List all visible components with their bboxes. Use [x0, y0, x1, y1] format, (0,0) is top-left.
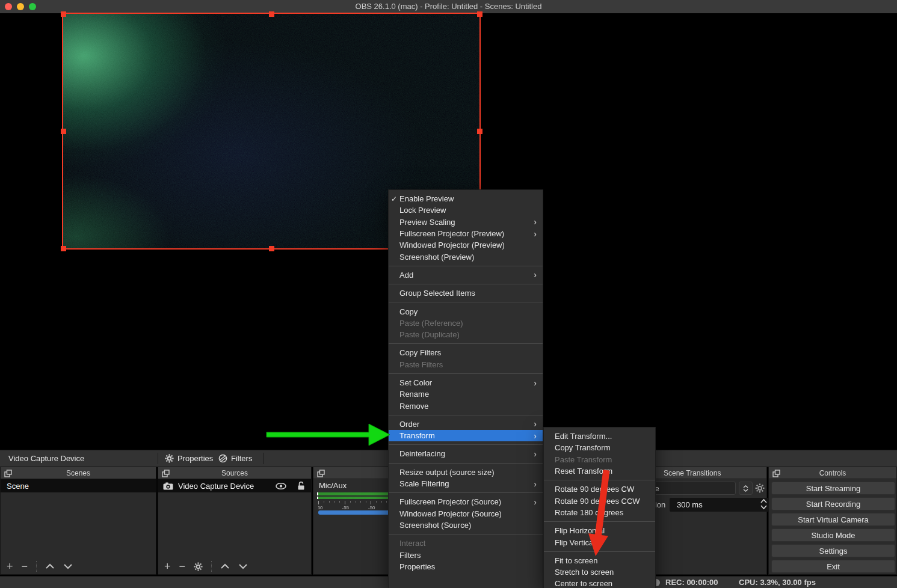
transition-stepper[interactable] — [739, 482, 753, 495]
menu-item-windowed-projector-source[interactable]: Windowed Projector (Source) — [389, 508, 543, 519]
spinner-down-icon — [760, 504, 768, 510]
menu-item-center-to-screen[interactable]: Center to screen — [544, 578, 655, 588]
studio-mode-button[interactable]: Studio Mode — [771, 528, 895, 542]
menu-item-label: Copy Transform — [555, 443, 637, 452]
menu-item-edit-transform[interactable]: Edit Transform... — [544, 430, 655, 442]
menu-item-resize-output-source-size[interactable]: Resize output (source size) — [389, 467, 543, 478]
menu-item-paste-filters: Paste Filters — [389, 359, 543, 370]
menu-item-copy[interactable]: Copy — [389, 305, 543, 317]
settings-button[interactable]: Settings — [771, 544, 895, 557]
menu-item-copy-filters[interactable]: Copy Filters — [389, 347, 543, 358]
menu-item-enable-preview[interactable]: ✓Enable Preview — [389, 193, 543, 204]
menu-item-label: Copy — [399, 307, 525, 316]
menu-item-label: Resize output (source size) — [399, 468, 525, 477]
menu-item-label: Windowed Projector (Source) — [399, 509, 525, 518]
menu-item-properties[interactable]: Properties — [389, 561, 543, 572]
start-streaming-button[interactable]: Start Streaming — [771, 482, 895, 495]
menu-item-label: Add — [399, 271, 525, 280]
submenu-arrow-icon: › — [525, 379, 543, 387]
filters-button[interactable]: Filters — [218, 450, 252, 467]
selection-handle[interactable] — [269, 11, 274, 17]
title-bar: OBS 26.1.0 (mac) - Profile: Untitled - S… — [0, 0, 897, 14]
context-menu: ✓Enable PreviewLock PreviewPreview Scali… — [388, 189, 543, 588]
toolbar-separator — [158, 453, 158, 464]
selection-handle[interactable] — [477, 11, 482, 17]
spinner-up-icon — [760, 498, 768, 504]
menu-separator — [389, 266, 543, 266]
menu-item-group-selected-items[interactable]: Group Selected Items — [389, 287, 543, 299]
menu-item-set-color[interactable]: Set Color› — [389, 377, 543, 388]
menu-item-order[interactable]: Order› — [389, 418, 543, 430]
remove-scene-button[interactable]: − — [22, 561, 28, 572]
menu-item-label: Preview Scaling — [399, 218, 525, 227]
menu-item-remove[interactable]: Remove — [389, 400, 543, 411]
menu-item-transform[interactable]: Transform› — [389, 430, 543, 441]
menu-item-label: Stretch to screen — [555, 568, 637, 577]
toolbar-dotted-separator — [36, 561, 37, 572]
submenu-arrow-icon: › — [525, 218, 543, 226]
move-scene-down-button[interactable] — [63, 563, 73, 569]
controls-panel: Controls Start StreamingStart RecordingS… — [768, 467, 897, 575]
source-list-item[interactable]: Video Capture Device — [158, 479, 311, 492]
cpu-fps-status: CPU: 3.3%, 30.00 fps — [739, 577, 816, 588]
menu-item-label: Order — [399, 420, 525, 429]
menu-item-screenshot-source[interactable]: Screenshot (Source) — [389, 519, 543, 531]
selection-handle[interactable] — [61, 246, 66, 251]
duration-spinner[interactable] — [760, 498, 768, 510]
menu-item-label: Set Color — [399, 378, 525, 387]
source-properties-gear-icon[interactable] — [194, 562, 203, 571]
menu-item-filters[interactable]: Filters — [389, 549, 543, 560]
menu-item-preview-scaling[interactable]: Preview Scaling› — [389, 216, 543, 228]
popout-icon[interactable] — [317, 470, 325, 477]
menu-separator — [389, 444, 543, 445]
menu-item-add[interactable]: Add› — [389, 269, 543, 281]
selection-handle[interactable] — [61, 11, 66, 17]
submenu-arrow-icon: › — [525, 450, 543, 458]
duration-field[interactable]: 300 ms — [670, 498, 769, 512]
transition-properties-gear-icon[interactable] — [755, 483, 765, 493]
move-scene-up-button[interactable] — [45, 563, 55, 569]
menu-item-fullscreen-projector-preview[interactable]: Fullscreen Projector (Preview)› — [389, 228, 543, 239]
menu-item-label: Scale Filtering — [399, 479, 525, 488]
move-source-up-button[interactable] — [220, 563, 230, 569]
exit-button[interactable]: Exit — [771, 560, 895, 573]
submenu-arrow-icon: › — [525, 498, 543, 506]
visibility-eye-icon[interactable] — [276, 483, 286, 489]
selection-handle[interactable] — [269, 246, 274, 251]
add-scene-button[interactable]: + — [7, 561, 13, 572]
source-name: Video Capture Device — [178, 482, 271, 491]
menu-separator — [389, 343, 543, 344]
menu-item-scale-filtering[interactable]: Scale Filtering› — [389, 478, 543, 489]
menu-item-fullscreen-projector-source[interactable]: Fullscreen Projector (Source)› — [389, 496, 543, 507]
remove-source-button[interactable]: − — [179, 561, 186, 572]
add-source-button[interactable]: + — [164, 561, 171, 572]
menu-item-label: Paste Transform — [555, 455, 637, 464]
selection-handle[interactable] — [61, 129, 66, 134]
menu-item-copy-transform[interactable]: Copy Transform — [544, 442, 655, 453]
filters-button-label: Filters — [231, 454, 252, 463]
menu-item-screenshot-preview[interactable]: Screenshot (Preview) — [389, 251, 543, 262]
menu-item-stretch-to-screen[interactable]: Stretch to screen — [544, 566, 655, 578]
menu-item-label: Group Selected Items — [399, 289, 525, 298]
lock-unlocked-icon[interactable] — [297, 482, 305, 490]
menu-item-lock-preview[interactable]: Lock Preview — [389, 204, 543, 216]
move-source-down-button[interactable] — [238, 563, 248, 569]
scene-list-item[interactable]: Scene — [1, 479, 156, 492]
properties-button[interactable]: Properties — [165, 450, 213, 467]
menu-separator — [389, 534, 543, 534]
menu-item-paste-reference: Paste (Reference) — [389, 317, 543, 329]
start-recording-button[interactable]: Start Recording — [771, 497, 895, 510]
menu-item-windowed-projector-preview[interactable]: Windowed Projector (Preview) — [389, 239, 543, 251]
start-virtual-camera-button[interactable]: Start Virtual Camera — [771, 513, 895, 526]
scenes-toolbar: + − — [1, 559, 156, 574]
selection-handle[interactable] — [477, 129, 482, 134]
menu-item-label: Deinterlacing — [399, 449, 525, 458]
window-title: OBS 26.1.0 (mac) - Profile: Untitled - S… — [0, 0, 897, 13]
menu-item-paste-transform: Paste Transform — [544, 454, 655, 465]
menu-item-label: Transform — [399, 431, 525, 440]
menu-item-rename[interactable]: Rename — [389, 388, 543, 400]
controls-panel-title: Controls — [769, 467, 896, 479]
menu-item-label: Fullscreen Projector (Source) — [399, 497, 525, 506]
menu-item-deinterlacing[interactable]: Deinterlacing› — [389, 448, 543, 459]
menu-separator — [389, 463, 543, 464]
